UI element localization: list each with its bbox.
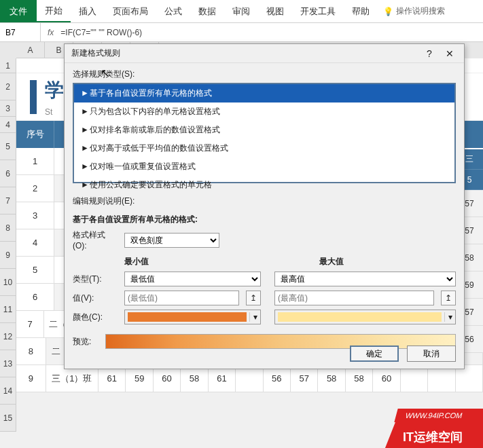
row-header[interactable]: 11 <box>0 296 16 323</box>
min-color-picker[interactable]: ▾ <box>124 310 261 324</box>
cancel-button[interactable]: 取消 <box>407 346 456 362</box>
tab-formulas[interactable]: 公式 <box>156 0 190 22</box>
ok-button[interactable]: 确定 <box>350 346 399 362</box>
edit-rule-area: 基于各自值设置所有单元格的格式: 格式样式(O): 双色刻度 最小值 类型(T)… <box>65 210 464 349</box>
edit-rule-label: 编辑规则说明(E): <box>65 190 464 210</box>
max-value-input[interactable] <box>274 291 434 305</box>
rule-type-item[interactable]: ► 只为包含以下内容的单元格设置格式 <box>74 102 454 121</box>
rule-type-item[interactable]: ► 仅对高于或低于平均值的数值设置格式 <box>74 139 454 157</box>
tab-view[interactable]: 视图 <box>258 0 292 22</box>
row-header[interactable]: 12 <box>0 323 16 350</box>
close-button[interactable]: ✕ <box>440 48 460 59</box>
seq-cell[interactable]: 7 <box>16 311 44 337</box>
tell-me[interactable]: 💡 操作说明搜索 <box>383 0 445 22</box>
row-header[interactable]: 3 <box>0 100 16 117</box>
seq-cell[interactable]: 1 <box>16 148 54 174</box>
seq-cell[interactable]: 5 <box>16 257 54 283</box>
row-header[interactable]: 1 <box>0 58 16 73</box>
new-format-rule-dialog: 新建格式规则 ? ✕ 选择规则类型(S): ► 基于各自值设置所有单元格的格式 … <box>64 43 465 369</box>
rule-type-item[interactable]: ► 仅对排名靠前或靠后的数值设置格式 <box>74 121 454 139</box>
dialog-titlebar: 新建格式规则 ? ✕ <box>65 44 464 63</box>
max-title: 最大值 <box>268 256 456 267</box>
type-label: 类型(T): <box>73 274 118 285</box>
tab-review[interactable]: 审阅 <box>224 0 258 22</box>
watermark-url: WWW.94IP.COM <box>394 409 483 422</box>
max-type-select[interactable]: 最高值 <box>274 272 456 286</box>
select-rule-type-label: 选择规则类型(S): <box>65 63 464 83</box>
edit-caption: 基于各自值设置所有单元格的格式: <box>73 210 456 229</box>
chevron-down-icon: ▾ <box>444 312 455 322</box>
range-picker-button[interactable]: ↥ <box>441 291 456 305</box>
tell-me-label: 操作说明搜索 <box>396 5 445 17</box>
watermark: WWW.94IP.COM IT运维空间 <box>382 409 483 448</box>
sheet-subtitle: St <box>45 107 64 117</box>
seq-cell[interactable]: 9 <box>16 365 46 392</box>
row-header[interactable]: 13 <box>0 350 16 377</box>
up-arrow-icon: ↥ <box>250 293 257 303</box>
tab-data[interactable]: 数据 <box>190 0 224 22</box>
tab-help[interactable]: 帮助 <box>344 0 378 22</box>
tab-insert[interactable]: 插入 <box>71 0 105 22</box>
max-color-picker[interactable]: ▾ <box>274 310 456 324</box>
format-style-label: 格式样式(O): <box>73 229 118 250</box>
file-tab[interactable]: 文件 <box>0 0 37 22</box>
row-header[interactable]: 7 <box>0 187 16 214</box>
color-swatch-preview <box>278 312 442 322</box>
tab-home[interactable]: 开始 <box>37 0 71 22</box>
rule-type-item[interactable]: ► 仅对唯一值或重复值设置格式 <box>74 157 454 176</box>
row-header[interactable]: 10 <box>0 269 16 296</box>
value-label: 值(V): <box>73 293 118 304</box>
sheet-title: 学 <box>45 77 64 103</box>
watermark-label: IT运维空间 <box>382 422 483 448</box>
formula-bar: B7 fx =IF(C7="" "" ROW()-6) <box>0 23 483 42</box>
row-header[interactable]: 6 <box>0 160 16 187</box>
seq-cell[interactable]: 6 <box>16 284 54 310</box>
row-header[interactable]: 5 <box>0 133 16 160</box>
help-button[interactable]: ? <box>419 48 440 59</box>
col-header[interactable]: A <box>16 42 45 58</box>
lightbulb-icon: 💡 <box>383 7 393 16</box>
dialog-title: 新建格式规则 <box>71 48 419 59</box>
seq-cell[interactable]: 3 <box>16 202 54 229</box>
seq-cell[interactable]: 4 <box>16 229 54 256</box>
ribbon: 文件 开始 插入 页面布局 公式 数据 审阅 视图 开发工具 帮助 💡 操作说明… <box>0 0 483 23</box>
title-accent <box>30 80 37 114</box>
min-type-select[interactable]: 最低值 <box>124 272 261 286</box>
min-value-input[interactable] <box>124 291 239 305</box>
preview-label: 预览: <box>73 336 100 348</box>
row-header[interactable]: 15 <box>0 405 16 432</box>
row-header[interactable]: 2 <box>0 73 16 100</box>
row-header[interactable]: 9 <box>0 242 16 269</box>
table-row: 9三（1）班61596058615657585860 <box>16 365 483 392</box>
seq-cell[interactable]: 2 <box>16 175 54 202</box>
row-headers: 1 2 3 4 5 6 7 8 9 10 11 12 13 14 15 <box>0 58 16 432</box>
up-arrow-icon: ↥ <box>445 293 452 303</box>
row-header[interactable]: 8 <box>0 214 16 242</box>
fx-icon[interactable]: fx <box>41 28 60 37</box>
col-seq: 序号 <box>16 121 54 148</box>
color-swatch-preview <box>128 312 247 322</box>
tab-developer[interactable]: 开发工具 <box>292 0 344 22</box>
min-title: 最小值 <box>73 256 261 267</box>
row-header[interactable]: 4 <box>0 117 16 133</box>
tab-page-layout[interactable]: 页面布局 <box>105 0 156 22</box>
row-header[interactable]: 14 <box>0 377 16 405</box>
rule-type-list[interactable]: ► 基于各自值设置所有单元格的格式 ► 只为包含以下内容的单元格设置格式 ► 仅… <box>73 83 456 183</box>
close-icon: ✕ <box>446 48 454 59</box>
rule-type-item[interactable]: ► 基于各自值设置所有单元格的格式 <box>74 84 454 102</box>
dialog-footer: 确定 取消 <box>350 346 456 362</box>
format-style-select[interactable]: 双色刻度 <box>124 233 219 248</box>
seq-cell[interactable]: 8 <box>16 338 46 365</box>
color-label: 颜色(C): <box>73 312 118 323</box>
formula-text[interactable]: =IF(C7="" "" ROW()-6) <box>60 28 483 37</box>
chevron-down-icon: ▾ <box>249 312 260 322</box>
name-box[interactable]: B7 <box>0 23 41 41</box>
range-picker-button[interactable]: ↥ <box>246 291 261 305</box>
